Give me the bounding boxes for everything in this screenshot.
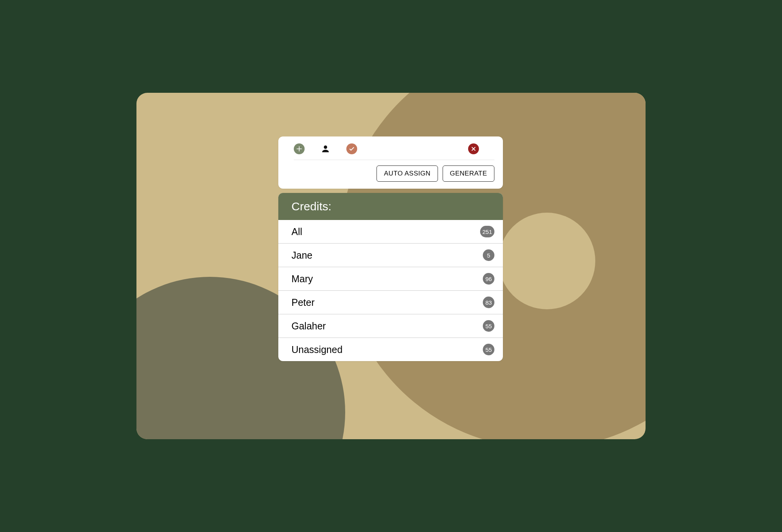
credit-row[interactable]: Galaher 55 [278,314,503,338]
count-badge: 5 [483,249,494,261]
credits-title: Credits: [278,193,503,220]
toolbar-actions: AUTO ASSIGN GENERATE [287,160,494,182]
count-badge: 55 [483,320,494,332]
credit-row[interactable]: Peter 83 [278,291,503,314]
credit-row-all[interactable]: All 251 [278,220,503,244]
add-icon[interactable] [294,143,305,154]
credit-label: Mary [291,273,313,285]
credits-card: Credits: All 251 Jane 5 Mary 96 Peter 83… [278,193,503,361]
close-icon[interactable] [468,143,479,154]
toolbar-top [294,143,494,160]
count-badge: 83 [483,297,494,308]
count-badge: 55 [483,344,494,355]
auto-assign-button[interactable]: AUTO ASSIGN [377,165,438,182]
count-badge: 96 [483,273,494,285]
credit-row[interactable]: Jane 5 [278,244,503,267]
count-badge: 251 [480,226,494,237]
background-shape [499,213,595,309]
credit-label: Peter [291,297,315,308]
person-icon[interactable] [320,143,331,154]
toolbar-card: AUTO ASSIGN GENERATE [278,136,503,189]
svg-point-0 [324,145,327,149]
generate-button[interactable]: GENERATE [443,165,494,182]
credit-row[interactable]: Unassigned 55 [278,338,503,361]
credit-row[interactable]: Mary 96 [278,267,503,291]
credit-label: Galaher [291,321,326,332]
credit-label: All [291,226,302,237]
canvas: AUTO ASSIGN GENERATE Credits: All 251 Ja… [136,93,646,439]
check-icon[interactable] [346,143,357,154]
credit-label: Unassigned [291,344,342,355]
credit-label: Jane [291,250,312,261]
